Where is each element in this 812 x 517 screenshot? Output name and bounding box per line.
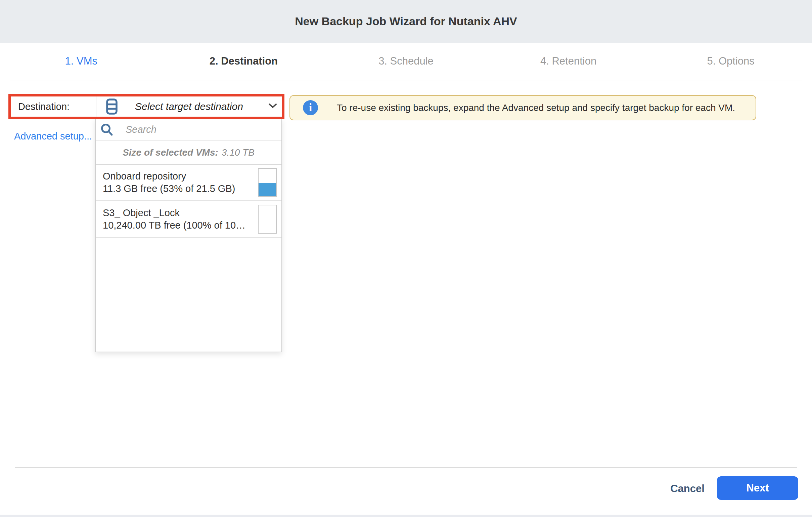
step-vms[interactable]: 1. VMs [0,55,163,67]
capacity-gauge [258,205,277,234]
repository-option-onboard[interactable]: Onboard repository 11.3 GB free (53% of … [96,165,282,201]
repository-name: Onboard repository [103,170,258,183]
info-banner-text: To re-use existing backups, expand the A… [337,103,735,113]
wizard-titlebar: New Backup Job Wizard for Nutanix AHV [0,0,812,43]
info-icon: i [303,100,318,115]
advanced-setup-link[interactable]: Advanced setup... [14,131,92,142]
destination-placeholder: Select target destination [135,101,243,112]
window-bottom-edge [0,515,812,517]
repository-detail: 10,240.00 TB free (100% of 10… [103,219,258,232]
wizard-steps: 1. VMs 2. Destination 3. Schedule 4. Ret… [0,43,812,80]
search-input[interactable]: Search [96,119,282,141]
steps-divider [10,80,802,80]
repository-icon [106,99,118,115]
footer-divider [15,467,797,468]
selected-vms-size-label: Size of selected VMs: [122,147,218,158]
capacity-gauge [258,168,277,197]
repository-detail: 11.3 GB free (53% of 21.5 GB) [103,183,258,195]
repository-option-s3-object-lock[interactable]: S3_ Object _Lock 10,240.00 TB free (100%… [96,201,282,238]
step-retention[interactable]: 4. Retention [487,55,650,67]
selected-vms-size: Size of selected VMs: 3.10 TB [96,141,282,165]
capacity-gauge-fill [259,183,276,196]
cancel-button[interactable]: Cancel [659,481,716,497]
search-icon [100,124,113,136]
destination-highlight: Destination: Select target destination [8,94,284,119]
dropdown-empty-area [96,238,282,352]
repository-name: S3_ Object _Lock [103,207,258,219]
step-schedule[interactable]: 3. Schedule [325,55,487,67]
next-button[interactable]: Next [717,476,798,500]
destination-label: Destination: [11,97,96,117]
step-destination[interactable]: 2. Destination [163,55,325,67]
search-placeholder: Search [125,124,156,135]
info-banner: i To re-use existing backups, expand the… [289,95,756,120]
selected-vms-size-value: 3.10 TB [222,147,255,158]
step-options[interactable]: 5. Options [649,55,812,67]
chevron-down-icon[interactable] [269,104,277,110]
destination-dropdown[interactable]: Select target destination [96,97,282,117]
page-title: New Backup Job Wizard for Nutanix AHV [295,15,517,28]
destination-dropdown-panel: Search Size of selected VMs: 3.10 TB Onb… [95,119,282,352]
